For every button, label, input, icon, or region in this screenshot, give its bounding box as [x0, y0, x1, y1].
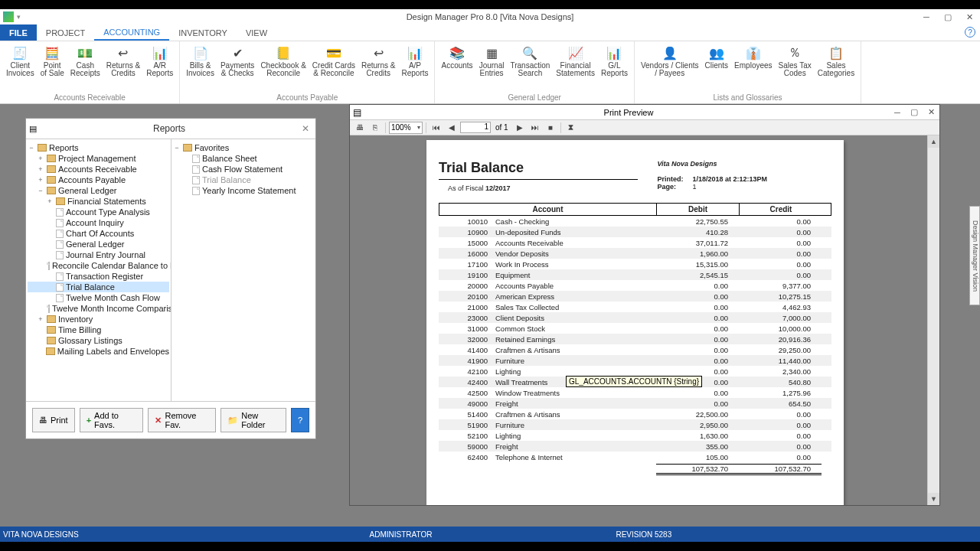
tree-node[interactable]: Reconcile Calendar Balance to Fiscal — [28, 260, 169, 271]
tree-node[interactable]: Twelve Month Income Comparison — [28, 303, 169, 314]
table-row: 10010Cash - Checking22,750.550.00 — [439, 216, 831, 227]
tree-node[interactable]: Account Inquiry — [28, 217, 169, 228]
preview-max-button[interactable]: ▢ — [906, 107, 923, 117]
menu-inventory[interactable]: INVENTORY — [169, 24, 237, 41]
last-page-icon[interactable]: ⏭ — [528, 122, 542, 134]
tree-node[interactable]: Time Billing — [28, 324, 169, 335]
ribbon-sales-tax[interactable]: ％Sales Tax Codes — [776, 43, 815, 93]
menu-accounting[interactable]: ACCOUNTING — [94, 24, 169, 41]
table-row: 41400Craftmen & Artisans0.0029,250.00 — [439, 344, 831, 355]
favorite-item[interactable]: Balance Sheet — [173, 153, 314, 164]
tree-node[interactable]: +Inventory — [28, 314, 169, 324]
tree-node[interactable]: +Accounts Payable — [28, 174, 169, 185]
workspace: ▤ Reports ✕ −Reports+Project Management+… — [0, 104, 980, 527]
tree-node[interactable]: Glossary Listings — [28, 335, 169, 346]
minimize-button[interactable]: ─ — [916, 10, 937, 24]
ribbon-employees[interactable]: 👔Employees — [731, 43, 775, 93]
status-user: ADMINISTRATOR — [370, 530, 433, 539]
tree-node[interactable]: +Accounts Receivable — [28, 164, 169, 174]
next-page-icon[interactable]: ▶ — [513, 122, 527, 134]
ribbon-cash-receipts[interactable]: 💵Cash Receipts — [67, 43, 103, 93]
ribbon-financial-statements[interactable]: 📈Financial Statements — [553, 43, 598, 93]
ribbon-returns-credits-ap[interactable]: ↩Returns & Credits — [358, 43, 398, 93]
preview-close-button[interactable]: ✕ — [923, 107, 939, 117]
document-icon — [56, 208, 64, 217]
favorite-item[interactable]: Trial Balance — [173, 174, 314, 185]
reports-tree[interactable]: −Reports+Project Management+Accounts Rec… — [26, 139, 172, 401]
ribbon-sales-categories[interactable]: 📋Sales Categories — [815, 43, 858, 93]
ribbon-payments-checks[interactable]: ✔Payments & Checks — [217, 43, 257, 93]
ribbon-returns-credits-ar[interactable]: ↩Returns & Credits — [103, 43, 143, 93]
tree-node[interactable]: Transaction Register — [28, 271, 169, 282]
ribbon-transaction-search[interactable]: 🔍Transaction Search — [507, 43, 553, 93]
remove-fav-button[interactable]: ✕Remove Fav. — [148, 408, 216, 432]
tree-node[interactable]: Chart Of Accounts — [28, 228, 169, 239]
maximize-button[interactable]: ▢ — [937, 10, 959, 24]
scroll-up-icon[interactable]: ▲ — [928, 135, 939, 148]
ribbon-vendors-payees[interactable]: 👤Vendors / Clients / Payees — [638, 43, 702, 93]
ribbon-accounts[interactable]: 📚Accounts — [438, 43, 475, 93]
print-button[interactable]: 🖶Print — [32, 408, 75, 432]
tree-node[interactable]: Twelve Month Cash Flow — [28, 292, 169, 303]
status-bar: VITA NOVA DESIGNS ADMINISTRATOR REVISION… — [0, 527, 980, 542]
help-icon[interactable]: ? — [965, 27, 975, 37]
menu-project[interactable]: PROJECT — [37, 24, 94, 41]
document-icon — [192, 165, 200, 174]
tree-node[interactable]: Journal Entry Journal — [28, 249, 169, 260]
search-icon[interactable]: ⧗ — [564, 122, 578, 134]
ribbon-credit-cards[interactable]: 💳Credit Cards & Reconcile — [309, 43, 358, 93]
tree-node[interactable]: General Ledger — [28, 239, 169, 249]
reports-close-icon[interactable]: ✕ — [299, 123, 312, 134]
scroll-down-icon[interactable]: ▼ — [928, 493, 939, 505]
tree-node[interactable]: +Project Management — [28, 153, 169, 164]
menu-file[interactable]: FILE — [0, 24, 37, 41]
titlebar: ▾ Design Manager Pro 8.0 [Vita Nova Desi… — [0, 9, 980, 24]
tree-node[interactable]: Mailing Labels and Envelopes — [28, 346, 169, 357]
document-icon — [56, 230, 64, 238]
ribbon-checkbook-reconcile[interactable]: 📒Checkbook & Reconcile — [257, 43, 309, 93]
print-icon: 🖶 — [39, 416, 47, 425]
menu-view[interactable]: VIEW — [237, 24, 276, 41]
side-tab[interactable]: Design Manager Vision — [969, 206, 980, 305]
zoom-select[interactable]: 100%▾ — [389, 122, 423, 134]
prev-page-icon[interactable]: ◀ — [445, 122, 459, 134]
document-icon — [48, 305, 50, 313]
tree-node[interactable]: −General Ledger — [28, 185, 169, 196]
ribbon: 🧾Client Invoices🧮Point of Sale💵Cash Rece… — [0, 41, 980, 104]
preview-min-button[interactable]: ─ — [889, 108, 906, 117]
ribbon-ar-reports[interactable]: 📊A/R Reports — [143, 43, 176, 93]
page-input[interactable]: 1 — [460, 122, 491, 133]
favorite-item[interactable]: Cash Flow Statement — [173, 164, 314, 174]
first-page-icon[interactable]: ⏮ — [430, 122, 443, 134]
document-icon — [192, 155, 200, 163]
new-folder-button[interactable]: 📁New Folder — [220, 408, 286, 432]
stop-icon[interactable]: ■ — [544, 122, 557, 134]
ribbon-client-invoices[interactable]: 🧾Client Invoices — [3, 43, 38, 93]
add-favs-button[interactable]: +Add to Favs. — [80, 408, 144, 432]
export-icon[interactable]: ⎘ — [368, 122, 382, 134]
favorite-item[interactable]: Yearly Income Statement — [173, 185, 314, 196]
ribbon-journal-entries[interactable]: ▦Journal Entries — [476, 43, 508, 93]
close-button[interactable]: ✕ — [959, 10, 980, 24]
ribbon-gl-reports[interactable]: 📊G/L Reports — [598, 43, 631, 93]
tree-node[interactable]: +Financial Statements — [28, 196, 169, 207]
print-icon[interactable]: 🖶 — [353, 122, 367, 134]
app-logo-icon — [3, 11, 14, 22]
tree-root[interactable]: −Reports — [28, 142, 169, 153]
preview-canvas[interactable]: Trial Balance As of Fiscal 12/2017 Vita … — [350, 135, 939, 505]
ribbon-ap-reports[interactable]: 📊A/P Reports — [398, 43, 431, 93]
ribbon-point-of-sale[interactable]: 🧮Point of Sale — [38, 43, 67, 93]
tree-node[interactable]: Account Type Analysis — [28, 207, 169, 217]
financial-statements-icon: 📈 — [567, 44, 585, 61]
ribbon-bills-invoices[interactable]: 📄Bills & Invoices — [183, 43, 217, 93]
tree-node[interactable]: Trial Balance — [28, 282, 169, 292]
reports-icon: ▤ — [29, 124, 37, 134]
document-icon — [192, 176, 200, 184]
preview-scrollbar[interactable]: ▲ ▼ — [927, 135, 939, 505]
favorites-tree[interactable]: −FavoritesBalance SheetCash Flow Stateme… — [172, 139, 315, 401]
preview-title: Print Preview — [368, 108, 889, 117]
favorites-root[interactable]: −Favorites — [173, 142, 314, 153]
help-button[interactable]: ? — [291, 408, 309, 432]
table-row: 15000Accounts Receivable37,011.720.00 — [439, 237, 831, 248]
ribbon-clients[interactable]: 👥Clients — [702, 43, 732, 93]
